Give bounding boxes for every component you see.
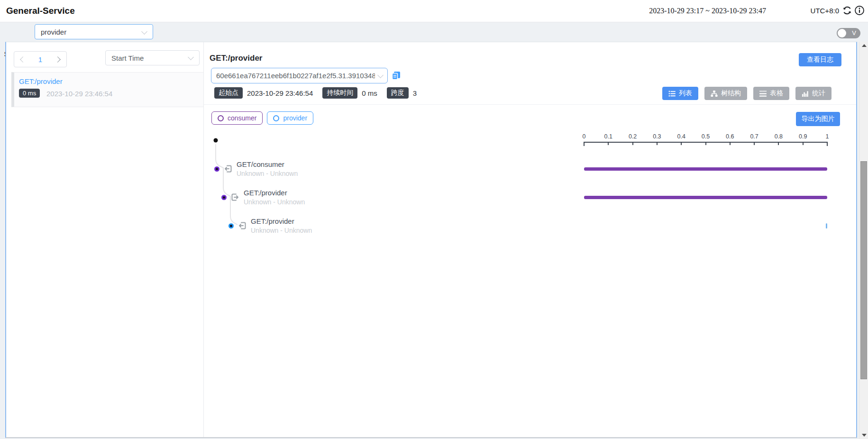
root-span-dot [214, 138, 218, 143]
timeline-axis: 00.10.20.30.40.50.60.70.80.91 [584, 133, 827, 147]
chevron-down-icon [188, 54, 194, 60]
span-service-dot [214, 166, 219, 172]
toggle-knob [838, 29, 846, 37]
chevron-down-icon [377, 72, 384, 78]
trace-id-select[interactable]: 60e661ea767211eeb6f1b0227af1e2f5.31.3910… [211, 68, 388, 83]
view-mode-tree-button[interactable]: 树结构 [704, 87, 747, 100]
axis-tick-mark [608, 142, 609, 145]
axis-tick-label: 0.4 [677, 133, 685, 140]
span-type-icon [238, 221, 247, 230]
view-mode-icon [668, 90, 676, 97]
span-name: GET:/provider [244, 189, 305, 197]
copy-icon[interactable] [391, 71, 401, 81]
view-mode-buttons: 列表 树结构 表格 统计 [662, 87, 831, 100]
meta-label-badge: 持续时间 [322, 87, 357, 99]
sort-select[interactable]: Start Time [105, 50, 200, 65]
axis-tick-label: 0.9 [799, 133, 807, 140]
axis-tick-label: 0.6 [726, 133, 734, 140]
next-page-icon[interactable] [55, 56, 61, 63]
view-mode-label: 统计 [812, 89, 825, 98]
version-toggle[interactable]: V [837, 28, 860, 38]
span-endpoints: Unknown - Unknown [237, 170, 298, 177]
timezone[interactable]: UTC+8:0 [811, 7, 839, 15]
chevron-down-icon [141, 28, 147, 35]
refresh-icon[interactable] [842, 5, 852, 16]
service-legend: consumer provider [211, 111, 313, 125]
info-icon[interactable] [854, 5, 865, 16]
axis-tick-label: 0.2 [629, 133, 637, 140]
scrollbar-thumb[interactable] [860, 161, 867, 379]
export-image-button[interactable]: 导出为图片 [796, 112, 840, 126]
scroll-up-icon[interactable] [862, 44, 867, 47]
section-divider [204, 104, 856, 105]
scroll-down-icon[interactable] [862, 434, 867, 437]
view-mode-icon [759, 90, 767, 97]
axis-tick-mark [754, 142, 755, 145]
sort-select-value: Start Time [111, 54, 144, 62]
meta-value: 3 [413, 89, 417, 97]
view-logs-button[interactable]: 查看日志 [799, 53, 841, 66]
pagination: 1 [14, 51, 67, 67]
span-duration-bar[interactable] [584, 167, 827, 171]
axis-tick-mark [778, 142, 779, 145]
panel-divider [203, 42, 204, 437]
axis-tick-label: 1 [826, 133, 829, 140]
span-service-dot [228, 223, 234, 229]
view-mode-label: 列表 [679, 89, 692, 98]
trace-id-value: 60e661ea767211eeb6f1b0227af1e2f5.31.3910… [216, 72, 375, 80]
axis-tick-mark [632, 142, 633, 145]
trace-start-time: 2023-10-29 23:46:54 [46, 90, 112, 98]
span-row[interactable]: GET/consumer Unknown - Unknown [214, 155, 298, 183]
axis-tick-mark [657, 142, 658, 145]
trace-panel: 1 Start Time GET:/provider 0 ms 2023-10-… [5, 42, 857, 438]
trace-meta-item: 起始点 2023-10-29 23:46:54 [214, 87, 313, 99]
axis-tick-mark [705, 142, 706, 145]
span-name: GET:/provider [251, 217, 312, 225]
legend-provider[interactable]: provider [267, 111, 313, 125]
axis-tick-label: 0 [583, 133, 586, 140]
page-title: General-Service [6, 6, 75, 16]
trace-list-item[interactable]: GET:/provider 0 ms 2023-10-29 23:46:54 [11, 72, 203, 107]
duration-badge: 0 ms [19, 89, 40, 98]
time-range[interactable]: 2023-10-29 23:17 ~ 2023-10-29 23:47 [649, 7, 766, 15]
prev-page-icon[interactable] [20, 56, 26, 63]
toggle-label: V [852, 29, 856, 37]
legend-label: consumer [228, 114, 256, 122]
span-row[interactable]: GET:/provider Unknown - Unknown [221, 183, 305, 211]
axis-tick-mark [827, 142, 828, 146]
view-mode-icon [711, 90, 718, 97]
view-mode-stats-button[interactable]: 统计 [795, 87, 831, 100]
meta-value: 0 ms [362, 89, 377, 97]
page-number[interactable]: 1 [38, 55, 42, 64]
trace-name-link[interactable]: GET:/provider [19, 77, 63, 85]
view-mode-icon [802, 90, 809, 97]
axis-tick-mark [584, 142, 585, 146]
service-ring-icon [218, 115, 224, 121]
view-mode-label: 表格 [770, 89, 783, 98]
view-mode-label: 树结构 [721, 89, 741, 98]
legend-consumer[interactable]: consumer [211, 111, 263, 125]
span-service-dot [221, 195, 227, 200]
axis-tick-mark [803, 142, 804, 145]
span-duration-bar[interactable] [826, 223, 827, 229]
service-select-value: provider [41, 28, 66, 36]
axis-tick-label: 0.3 [653, 133, 661, 140]
axis-tick-label: 0.5 [702, 133, 710, 140]
trace-meta-item: 持续时间 0 ms [322, 87, 377, 99]
meta-value: 2023-10-29 23:46:54 [247, 89, 313, 97]
span-texts: GET/consumer Unknown - Unknown [237, 160, 298, 177]
service-ring-icon [273, 115, 279, 121]
view-mode-list-button[interactable]: 列表 [662, 87, 698, 100]
span-type-icon [230, 192, 240, 202]
meta-label-badge: 跨度 [387, 87, 409, 99]
meta-label-badge: 起始点 [214, 87, 243, 99]
service-select[interactable]: provider [35, 24, 153, 39]
trace-meta-row: 起始点 2023-10-29 23:46:54 持续时间 0 ms 跨度 3 [214, 87, 417, 99]
scrollbar[interactable] [859, 42, 868, 439]
view-mode-table-button[interactable]: 表格 [753, 87, 789, 100]
span-texts: GET:/provider Unknown - Unknown [244, 189, 305, 206]
span-duration-bar[interactable] [584, 196, 827, 199]
span-row[interactable]: GET:/provider Unknown - Unknown [228, 211, 312, 240]
trace-title: GET:/provider [210, 54, 262, 63]
span-endpoints: Unknown - Unknown [251, 227, 312, 234]
